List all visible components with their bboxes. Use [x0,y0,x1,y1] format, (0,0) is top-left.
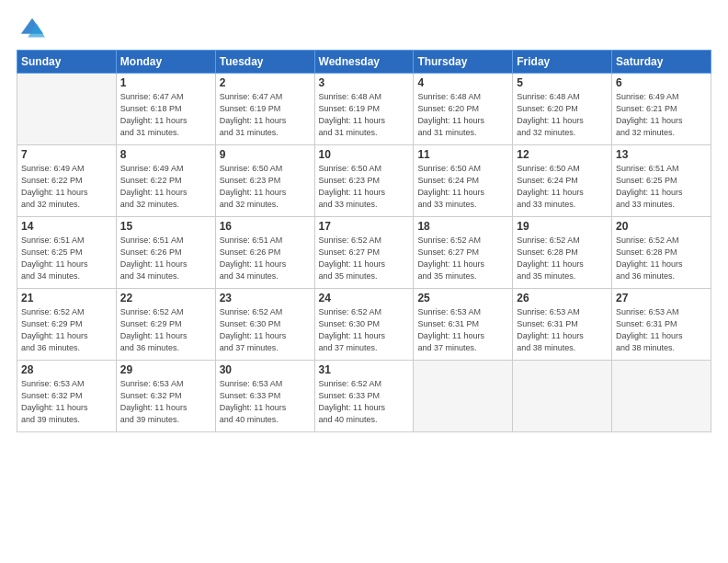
day-info: Sunrise: 6:48 AM Sunset: 6:20 PM Dayligh… [517,91,608,139]
day-number: 3 [319,76,410,89]
day-number: 20 [616,220,707,233]
day-info: Sunrise: 6:50 AM Sunset: 6:23 PM Dayligh… [220,163,311,211]
calendar-cell: 27Sunrise: 6:53 AM Sunset: 6:31 PM Dayli… [612,289,711,361]
calendar-cell: 16Sunrise: 6:51 AM Sunset: 6:26 PM Dayli… [215,217,314,289]
day-info: Sunrise: 6:50 AM Sunset: 6:24 PM Dayligh… [417,163,508,211]
day-info: Sunrise: 6:50 AM Sunset: 6:23 PM Dayligh… [319,163,410,211]
day-info: Sunrise: 6:52 AM Sunset: 6:27 PM Dayligh… [319,235,410,282]
logo-icon [19,17,45,42]
calendar-cell: 3Sunrise: 6:48 AM Sunset: 6:19 PM Daylig… [314,74,414,145]
day-info: Sunrise: 6:49 AM Sunset: 6:21 PM Dayligh… [616,91,707,139]
day-info: Sunrise: 6:47 AM Sunset: 6:18 PM Dayligh… [120,91,211,139]
day-info: Sunrise: 6:53 AM Sunset: 6:31 PM Dayligh… [417,306,508,354]
calendar-cell: 11Sunrise: 6:50 AM Sunset: 6:24 PM Dayli… [414,145,513,217]
calendar-cell: 8Sunrise: 6:49 AM Sunset: 6:22 PM Daylig… [116,145,215,217]
calendar-cell: 18Sunrise: 6:52 AM Sunset: 6:27 PM Dayli… [414,217,513,289]
day-info: Sunrise: 6:52 AM Sunset: 6:30 PM Dayligh… [319,306,410,354]
day-number: 18 [417,220,508,233]
day-number: 1 [120,76,211,89]
day-number: 16 [220,220,311,233]
day-number: 26 [517,292,608,304]
day-info: Sunrise: 6:52 AM Sunset: 6:27 PM Dayligh… [417,235,508,282]
day-info: Sunrise: 6:53 AM Sunset: 6:32 PM Dayligh… [21,378,112,426]
day-number: 10 [319,148,410,161]
calendar-cell: 23Sunrise: 6:52 AM Sunset: 6:30 PM Dayli… [215,289,314,361]
day-info: Sunrise: 6:51 AM Sunset: 6:26 PM Dayligh… [220,235,311,282]
calendar-cell: 13Sunrise: 6:51 AM Sunset: 6:25 PM Dayli… [612,145,711,217]
calendar-cell: 29Sunrise: 6:53 AM Sunset: 6:32 PM Dayli… [116,361,215,432]
day-number: 21 [21,292,112,304]
calendar-cell: 5Sunrise: 6:48 AM Sunset: 6:20 PM Daylig… [513,74,612,145]
day-info: Sunrise: 6:52 AM Sunset: 6:28 PM Dayligh… [517,235,608,282]
weekday-header-thursday: Thursday [414,51,513,74]
calendar-cell: 12Sunrise: 6:50 AM Sunset: 6:24 PM Dayli… [513,145,612,217]
day-info: Sunrise: 6:51 AM Sunset: 6:25 PM Dayligh… [616,163,707,211]
calendar-cell: 25Sunrise: 6:53 AM Sunset: 6:31 PM Dayli… [414,289,513,361]
day-number: 17 [319,220,410,233]
day-number: 14 [21,220,112,233]
weekday-header-monday: Monday [116,51,215,74]
calendar-table: SundayMondayTuesdayWednesdayThursdayFrid… [17,50,711,432]
calendar-cell: 10Sunrise: 6:50 AM Sunset: 6:23 PM Dayli… [314,145,414,217]
calendar-cell: 2Sunrise: 6:47 AM Sunset: 6:19 PM Daylig… [215,74,314,145]
day-number: 5 [517,76,608,89]
calendar-cell: 30Sunrise: 6:53 AM Sunset: 6:33 PM Dayli… [215,361,314,432]
calendar-cell: 19Sunrise: 6:52 AM Sunset: 6:28 PM Dayli… [513,217,612,289]
day-number: 2 [220,76,311,89]
day-number: 19 [517,220,608,233]
day-info: Sunrise: 6:49 AM Sunset: 6:22 PM Dayligh… [21,163,112,211]
day-number: 31 [319,363,410,376]
day-info: Sunrise: 6:52 AM Sunset: 6:29 PM Dayligh… [120,306,211,354]
day-number: 27 [616,292,707,304]
calendar-cell: 4Sunrise: 6:48 AM Sunset: 6:20 PM Daylig… [414,74,513,145]
calendar-body: 1Sunrise: 6:47 AM Sunset: 6:18 PM Daylig… [17,74,711,432]
day-info: Sunrise: 6:52 AM Sunset: 6:28 PM Dayligh… [616,235,707,282]
day-number: 28 [21,363,112,376]
day-number: 29 [120,363,211,376]
day-number: 24 [319,292,410,304]
day-number: 15 [120,220,211,233]
weekday-header-row: SundayMondayTuesdayWednesdayThursdayFrid… [17,51,711,74]
calendar-cell: 22Sunrise: 6:52 AM Sunset: 6:29 PM Dayli… [116,289,215,361]
day-info: Sunrise: 6:52 AM Sunset: 6:33 PM Dayligh… [319,378,410,426]
calendar-cell: 17Sunrise: 6:52 AM Sunset: 6:27 PM Dayli… [314,217,414,289]
day-number: 23 [220,292,311,304]
day-info: Sunrise: 6:53 AM Sunset: 6:31 PM Dayligh… [517,306,608,354]
week-row-1: 7Sunrise: 6:49 AM Sunset: 6:22 PM Daylig… [17,145,711,217]
calendar-cell: 31Sunrise: 6:52 AM Sunset: 6:33 PM Dayli… [314,361,414,432]
calendar-cell: 26Sunrise: 6:53 AM Sunset: 6:31 PM Dayli… [513,289,612,361]
calendar-cell: 28Sunrise: 6:53 AM Sunset: 6:32 PM Dayli… [17,361,117,432]
day-info: Sunrise: 6:53 AM Sunset: 6:32 PM Dayligh… [120,378,211,426]
week-row-3: 21Sunrise: 6:52 AM Sunset: 6:29 PM Dayli… [17,289,711,361]
header [17,17,711,39]
day-number: 6 [616,76,707,89]
calendar-cell [414,361,513,432]
calendar-cell [612,361,711,432]
day-number: 11 [417,148,508,161]
calendar-cell: 7Sunrise: 6:49 AM Sunset: 6:22 PM Daylig… [17,145,117,217]
weekday-header-wednesday: Wednesday [314,51,414,74]
calendar-cell [17,74,117,145]
calendar-cell: 15Sunrise: 6:51 AM Sunset: 6:26 PM Dayli… [116,217,215,289]
week-row-0: 1Sunrise: 6:47 AM Sunset: 6:18 PM Daylig… [17,74,711,145]
day-number: 8 [120,148,211,161]
page: SundayMondayTuesdayWednesdayThursdayFrid… [0,0,728,563]
day-info: Sunrise: 6:52 AM Sunset: 6:29 PM Dayligh… [21,306,112,354]
day-info: Sunrise: 6:52 AM Sunset: 6:30 PM Dayligh… [220,306,311,354]
weekday-header-sunday: Sunday [17,51,117,74]
day-number: 30 [220,363,311,376]
day-info: Sunrise: 6:53 AM Sunset: 6:31 PM Dayligh… [616,306,707,354]
day-number: 22 [120,292,211,304]
calendar-cell: 14Sunrise: 6:51 AM Sunset: 6:25 PM Dayli… [17,217,117,289]
weekday-header-friday: Friday [513,51,612,74]
calendar-cell: 6Sunrise: 6:49 AM Sunset: 6:21 PM Daylig… [612,74,711,145]
day-number: 4 [417,76,508,89]
day-number: 25 [417,292,508,304]
calendar-cell [513,361,612,432]
logo [17,17,45,39]
day-info: Sunrise: 6:48 AM Sunset: 6:19 PM Dayligh… [319,91,410,139]
day-info: Sunrise: 6:48 AM Sunset: 6:20 PM Dayligh… [417,91,508,139]
calendar-cell: 24Sunrise: 6:52 AM Sunset: 6:30 PM Dayli… [314,289,414,361]
day-info: Sunrise: 6:53 AM Sunset: 6:33 PM Dayligh… [220,378,311,426]
day-info: Sunrise: 6:49 AM Sunset: 6:22 PM Dayligh… [120,163,211,211]
